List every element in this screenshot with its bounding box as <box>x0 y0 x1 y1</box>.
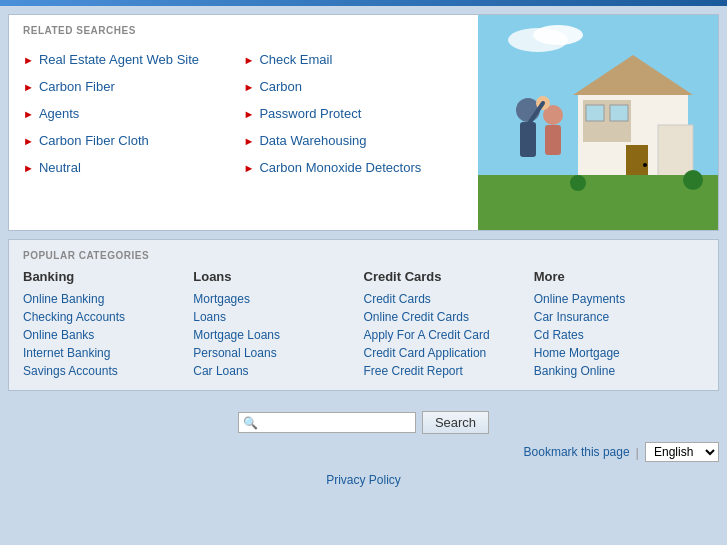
category-header-more: More <box>534 269 704 284</box>
related-image <box>478 15 718 230</box>
link-savings-accounts[interactable]: Savings Accounts <box>23 362 193 380</box>
link-carbon-fiber[interactable]: Carbon Fiber <box>39 79 115 94</box>
category-header-banking: Banking <box>23 269 193 284</box>
bullet-icon: ► <box>244 54 255 66</box>
link-car-insurance[interactable]: Car Insurance <box>534 308 704 326</box>
link-cd-rates[interactable]: Cd Rates <box>534 326 704 344</box>
search-input[interactable] <box>261 415 411 430</box>
categories-grid: Banking Online Banking Checking Accounts… <box>23 269 704 380</box>
search-links-left: ► Real Estate Agent Web Site ► Carbon Fi… <box>23 46 244 181</box>
link-mortgage-loans[interactable]: Mortgage Loans <box>193 326 363 344</box>
link-internet-banking[interactable]: Internet Banking <box>23 344 193 362</box>
link-data-warehousing[interactable]: Data Warehousing <box>259 133 366 148</box>
category-column-loans: Loans Mortgages Loans Mortgage Loans Per… <box>193 269 363 380</box>
link-online-banks[interactable]: Online Banks <box>23 326 193 344</box>
list-item: ► Real Estate Agent Web Site <box>23 46 244 73</box>
link-loans[interactable]: Loans <box>193 308 363 326</box>
bookmark-link[interactable]: Bookmark this page <box>524 445 630 459</box>
popular-categories-label: POPULAR CATEGORIES <box>23 250 704 261</box>
svg-rect-13 <box>520 122 536 157</box>
list-item: ► Password Protect <box>244 100 465 127</box>
link-personal-loans[interactable]: Personal Loans <box>193 344 363 362</box>
link-neutral[interactable]: Neutral <box>39 160 81 175</box>
bullet-icon: ► <box>244 81 255 93</box>
search-button[interactable]: Search <box>422 411 489 434</box>
link-check-email[interactable]: Check Email <box>259 52 332 67</box>
category-header-credit-cards: Credit Cards <box>364 269 534 284</box>
category-column-credit-cards: Credit Cards Credit Cards Online Credit … <box>364 269 534 380</box>
list-item: ► Carbon <box>244 73 465 100</box>
bullet-icon: ► <box>23 54 34 66</box>
svg-point-19 <box>683 170 703 190</box>
link-credit-card-application[interactable]: Credit Card Application <box>364 344 534 362</box>
search-links-right: ► Check Email ► Carbon ► Password Protec… <box>244 46 465 181</box>
link-free-credit-report[interactable]: Free Credit Report <box>364 362 534 380</box>
search-input-wrapper: 🔍 <box>238 412 416 433</box>
related-searches-box: RELATED SEARCHES ► Real Estate Agent Web… <box>8 14 719 231</box>
svg-point-7 <box>643 163 647 167</box>
link-online-credit-cards[interactable]: Online Credit Cards <box>364 308 534 326</box>
related-searches-label: RELATED SEARCHES <box>23 25 464 36</box>
link-carbon-fiber-cloth[interactable]: Carbon Fiber Cloth <box>39 133 149 148</box>
link-checking-accounts[interactable]: Checking Accounts <box>23 308 193 326</box>
link-banking-online[interactable]: Banking Online <box>534 362 704 380</box>
link-carbon-monoxide[interactable]: Carbon Monoxide Detectors <box>259 160 421 175</box>
bullet-icon: ► <box>23 108 34 120</box>
search-magnifier-icon: 🔍 <box>243 416 258 430</box>
link-apply-credit-card[interactable]: Apply For A Credit Card <box>364 326 534 344</box>
bullet-icon: ► <box>244 135 255 147</box>
svg-rect-15 <box>545 125 561 155</box>
svg-point-18 <box>570 175 586 191</box>
privacy-link[interactable]: Privacy Policy <box>326 473 401 487</box>
search-bar-row: 🔍 Search <box>8 399 719 440</box>
list-item: ► Data Warehousing <box>244 127 465 154</box>
popular-categories-box: POPULAR CATEGORIES Banking Online Bankin… <box>8 239 719 391</box>
link-online-payments[interactable]: Online Payments <box>534 290 704 308</box>
link-agents[interactable]: Agents <box>39 106 79 121</box>
link-car-loans[interactable]: Car Loans <box>193 362 363 380</box>
svg-rect-11 <box>478 175 718 230</box>
bottom-row: Bookmark this page | English Spanish Fre… <box>8 440 719 468</box>
link-carbon[interactable]: Carbon <box>259 79 302 94</box>
list-item: ► Agents <box>23 100 244 127</box>
list-item: ► Carbon Fiber <box>23 73 244 100</box>
svg-rect-8 <box>586 105 604 121</box>
family-house-image <box>478 15 718 230</box>
list-item: ► Carbon Fiber Cloth <box>23 127 244 154</box>
link-home-mortgage[interactable]: Home Mortgage <box>534 344 704 362</box>
link-credit-cards[interactable]: Credit Cards <box>364 290 534 308</box>
bullet-icon: ► <box>23 162 34 174</box>
bullet-icon: ► <box>244 162 255 174</box>
list-item: ► Check Email <box>244 46 465 73</box>
link-password-protect[interactable]: Password Protect <box>259 106 361 121</box>
link-online-banking[interactable]: Online Banking <box>23 290 193 308</box>
link-real-estate[interactable]: Real Estate Agent Web Site <box>39 52 199 67</box>
category-header-loans: Loans <box>193 269 363 284</box>
search-links-grid: ► Real Estate Agent Web Site ► Carbon Fi… <box>23 46 464 181</box>
language-select[interactable]: English Spanish French <box>645 442 719 462</box>
bullet-icon: ► <box>244 108 255 120</box>
category-column-banking: Banking Online Banking Checking Accounts… <box>23 269 193 380</box>
bullet-icon: ► <box>23 81 34 93</box>
separator: | <box>636 445 639 460</box>
bullet-icon: ► <box>23 135 34 147</box>
list-item: ► Carbon Monoxide Detectors <box>244 154 465 181</box>
privacy-row: Privacy Policy <box>8 468 719 495</box>
category-column-more: More Online Payments Car Insurance Cd Ra… <box>534 269 704 380</box>
svg-rect-9 <box>610 105 628 121</box>
svg-point-2 <box>533 25 583 45</box>
list-item: ► Neutral <box>23 154 244 181</box>
link-mortgages[interactable]: Mortgages <box>193 290 363 308</box>
